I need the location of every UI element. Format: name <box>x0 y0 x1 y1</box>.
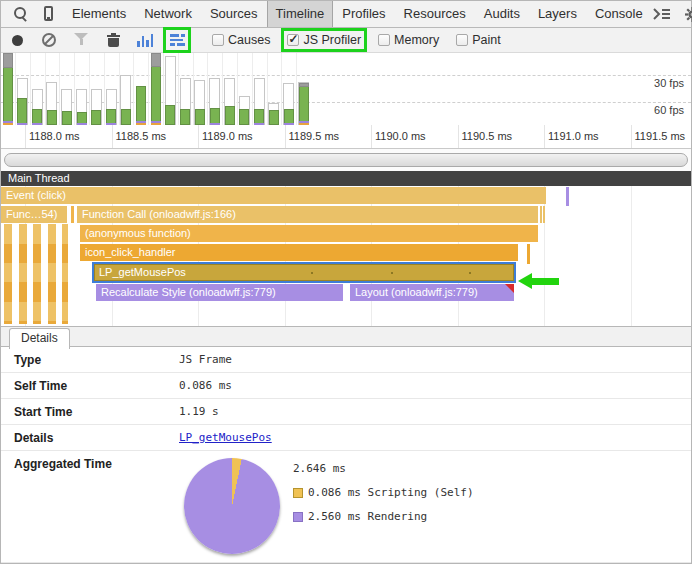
ruler-label: 1188.0 ms <box>29 130 80 142</box>
frame-bar[interactable] <box>165 105 175 125</box>
flame-bar-func-54[interactable]: Func…54) <box>1 206 67 223</box>
filter-icon[interactable] <box>70 30 92 50</box>
thread-header[interactable]: Main Thread <box>1 171 691 186</box>
checkbox-memory[interactable] <box>378 34 390 46</box>
frame-divider <box>15 53 16 125</box>
flame-chart[interactable]: LP_getMousePos Event (click)Func…54)Func… <box>1 186 691 326</box>
frames-overview[interactable]: 30 fps60 fps <box>1 53 691 125</box>
flame-bar-icon-click-handler[interactable]: icon_click_handler <box>80 244 518 261</box>
checkbox-group-causes[interactable]: Causes <box>209 31 273 49</box>
frame-bar[interactable] <box>195 109 205 125</box>
flame-bar-selected[interactable]: LP_getMousePos <box>92 262 516 283</box>
tab-sources[interactable]: Sources <box>201 1 267 27</box>
legend-text: 0.086 ms Scripting (Self) <box>308 486 474 499</box>
tab-layers[interactable]: Layers <box>529 1 586 27</box>
ruler-label: 1188.5 ms <box>116 130 167 142</box>
frame-bar[interactable] <box>3 67 13 125</box>
tab-timeline[interactable]: Timeline <box>267 1 334 27</box>
frame-divider <box>252 53 253 125</box>
flame-bar-function-call-onloadwff-js-166[interactable]: Function Call (onloadwff.js:166) <box>77 206 538 223</box>
frame-bar[interactable] <box>62 111 72 125</box>
frame-bar[interactable] <box>91 110 101 125</box>
frame-bar[interactable] <box>47 110 57 125</box>
time-ruler: 1188.0 ms1188.5 ms1189.0 ms1189.5 ms1190… <box>1 125 691 149</box>
capture-options: Causes✓JS ProfilerMemoryPaint <box>198 31 504 49</box>
device-mode-icon[interactable] <box>41 6 57 22</box>
flame-bar-label: Func…54) <box>1 208 57 220</box>
frame-bar-cap <box>151 53 161 67</box>
frame-divider <box>45 53 46 125</box>
record-button[interactable] <box>6 30 28 50</box>
frame-bar[interactable] <box>136 86 146 125</box>
flame-chart-view-icon[interactable] <box>166 30 188 50</box>
console-drawer-icon[interactable] <box>652 7 671 21</box>
detail-label: Self Time <box>1 379 179 393</box>
checkbox-label-memory: Memory <box>394 33 439 47</box>
flame-bar-recalculate-style-onloadwff-js-779[interactable]: Recalculate Style (onloadwff.js:779) <box>96 284 343 301</box>
warning-corner-icon <box>505 284 514 293</box>
detail-row-start-time: Start Time1.19 s <box>1 399 691 425</box>
flame-bar[interactable] <box>566 187 569 206</box>
frame-bar[interactable] <box>17 98 27 125</box>
frame-bar[interactable] <box>269 110 279 125</box>
frame-bar[interactable] <box>151 66 161 125</box>
flame-bar[interactable] <box>71 206 74 223</box>
flame-bar[interactable] <box>527 244 530 264</box>
flame-bar-label: Function Call (onloadwff.js:166) <box>77 208 236 220</box>
frame-divider <box>30 53 31 125</box>
green-arrow-head <box>518 273 532 289</box>
tab-elements[interactable]: Elements <box>63 1 135 27</box>
flame-bar-anonymous-function[interactable]: (anonymous function) <box>80 225 538 242</box>
frame-bar[interactable] <box>121 109 131 125</box>
frame-divider <box>296 53 297 125</box>
settings-gear-icon[interactable] <box>685 7 692 22</box>
tab-resources[interactable]: Resources <box>395 1 475 27</box>
flame-bar-label: (anonymous function) <box>80 227 191 239</box>
flame-bar-cluster[interactable] <box>62 224 68 324</box>
flame-bar[interactable] <box>540 206 542 223</box>
frame-bar[interactable] <box>299 86 309 125</box>
checkbox-group-memory[interactable]: Memory <box>375 31 442 49</box>
flame-bar-label: Event (click) <box>1 189 66 201</box>
clear-button[interactable] <box>38 30 60 50</box>
checkbox-js-profiler[interactable]: ✓ <box>287 34 299 46</box>
ruler-label: 1189.0 ms <box>202 130 253 142</box>
checkbox-paint[interactable] <box>456 34 468 46</box>
frame-bar-cap <box>3 53 13 68</box>
tab-details[interactable]: Details <box>9 328 70 349</box>
flame-bar-event-click[interactable]: Event (click) <box>1 187 546 204</box>
checkbox-group-paint[interactable]: Paint <box>453 31 504 49</box>
ruler-label: 1189.5 ms <box>289 130 340 142</box>
frame-bar[interactable] <box>180 109 190 125</box>
details-rows: TypeJS FrameSelf Time0.086 msStart Time1… <box>1 347 691 451</box>
frame-bar[interactable] <box>239 109 249 125</box>
thread-title: Main Thread <box>8 172 70 184</box>
flame-bar-cluster[interactable] <box>48 224 56 324</box>
tab-console[interactable]: Console <box>586 1 652 27</box>
frame-bar[interactable] <box>225 106 235 125</box>
rendering-swatch-icon <box>293 512 303 522</box>
scrollbar-thumb[interactable] <box>4 153 688 167</box>
tab-network[interactable]: Network <box>135 1 201 27</box>
frame-divider <box>193 53 194 125</box>
garbage-collect-icon[interactable] <box>102 30 124 50</box>
tab-audits[interactable]: Audits <box>475 1 529 27</box>
checkbox-label-causes: Causes <box>228 33 270 47</box>
aggregated-value: 2.646 ms 0.086 ms Scripting (Self)2.560 … <box>179 451 474 554</box>
checkbox-group-js-profiler[interactable]: ✓JS Profiler <box>284 31 364 49</box>
tab-profiles[interactable]: Profiles <box>333 1 394 27</box>
ruler-label: 1190.0 ms <box>375 130 426 142</box>
details-link[interactable]: LP_getMousePos <box>179 431 272 444</box>
devtools-tabbar: ElementsNetworkSourcesTimelineProfilesRe… <box>1 1 691 28</box>
flame-bar[interactable] <box>543 206 545 223</box>
search-icon[interactable] <box>13 6 29 22</box>
ruler-label: 1190.5 ms <box>462 130 513 142</box>
ruler-tick <box>285 125 286 148</box>
flame-bar-cluster[interactable] <box>33 224 41 324</box>
aggregated-pie-chart <box>184 458 280 554</box>
checkbox-causes[interactable] <box>212 34 224 46</box>
flame-bar-layout-onloadwff-js-779[interactable]: Layout (onloadwff.js:779) <box>350 284 514 301</box>
flame-bar-cluster[interactable] <box>4 224 12 324</box>
bar-chart-view-icon[interactable] <box>134 30 156 50</box>
flame-bar-cluster[interactable] <box>19 224 27 324</box>
